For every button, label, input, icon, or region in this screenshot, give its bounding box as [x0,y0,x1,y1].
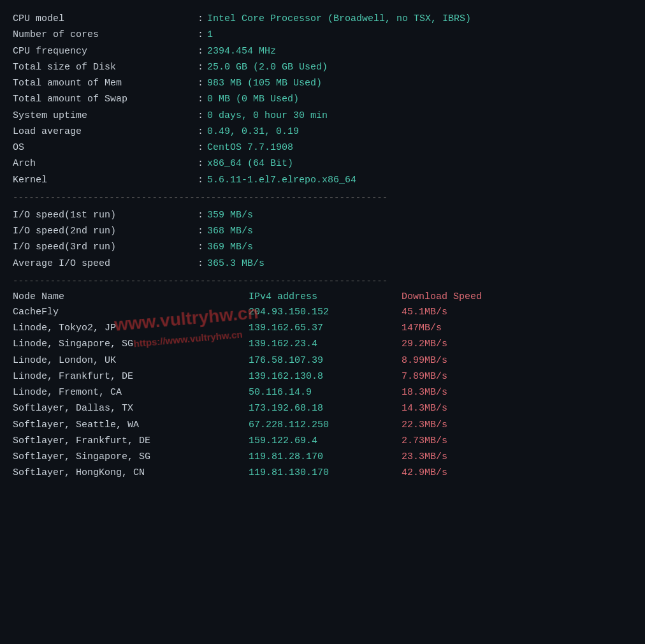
swap-row: Total amount of Swap : 0 MB (0 MB Used) [13,92,632,106]
cores-value: 1 [207,27,213,42]
os-label: OS [13,140,198,155]
arch-label: Arch [13,156,198,171]
cpu-model-row: CPU model : Intel Core Processor (Broadw… [13,11,632,26]
io-run3-row: I/O speed(3rd run) : 369 MB/s [13,240,632,254]
mem-row: Total amount of Mem : 983 MB (105 MB Use… [13,76,632,91]
table-header-row: Node Name IPv4 address Download Speed [13,291,632,302]
io-run1-value: 359 MB/s [207,208,253,223]
uptime-label: System uptime [13,108,198,123]
load-label: Load average [13,124,198,139]
node-name: Linode, Fremont, CA [13,385,249,400]
download-speed: 18.3MB/s [402,385,516,400]
node-name: CacheFly [13,305,249,319]
cpu-freq-value: 2394.454 MHz [207,44,276,59]
download-speed: 23.3MB/s [402,450,516,464]
ipv4-address: 176.58.107.39 [249,353,402,368]
ipv4-address: 204.93.150.152 [249,305,402,319]
node-name: Linode, Frankfurt, DE [13,369,249,384]
ipv4-address: 50.116.14.9 [249,385,402,400]
table-row: Softlayer, Dallas, TX173.192.68.1814.3MB… [13,401,632,416]
io-avg-label: Average I/O speed [13,256,198,271]
node-name: Softlayer, Seattle, WA [13,418,249,432]
cores-label: Number of cores [13,27,198,42]
io-run2-label: I/O speed(2nd run) [13,224,198,238]
disk-label: Total size of Disk [13,60,198,75]
arch-row: Arch : x86_64 (64 Bit) [13,156,632,171]
ipv4-address: 119.81.28.170 [249,450,402,464]
download-speed: 42.9MB/s [402,465,516,480]
uptime-row: System uptime : 0 days, 0 hour 30 min [13,108,632,123]
cpu-freq-label: CPU frequency [13,44,198,59]
ipv4-address: 139.162.130.8 [249,369,402,384]
download-speed: 45.1MB/s [402,305,516,319]
cpu-model-value: Intel Core Processor (Broadwell, no TSX,… [207,11,471,26]
download-speed: 147MB/s [402,321,516,335]
os-row: OS : CentOS 7.7.1908 [13,140,632,155]
swap-value: 0 MB (0 MB Used) [207,92,299,106]
download-speed: 14.3MB/s [402,401,516,416]
node-name: Softlayer, Frankfurt, DE [13,434,249,448]
network-table: Node Name IPv4 address Download Speed Ca… [13,291,632,481]
download-speed: 8.99MB/s [402,353,516,368]
load-row: Load average : 0.49, 0.31, 0.19 [13,124,632,139]
table-row: Softlayer, Singapore, SG119.81.28.17023.… [13,450,632,464]
divider-2: ----------------------------------------… [13,276,632,286]
ipv4-address: 139.162.65.37 [249,321,402,335]
io-avg-row: Average I/O speed : 365.3 MB/s [13,256,632,271]
io-run2-row: I/O speed(2nd run) : 368 MB/s [13,224,632,238]
arch-value: x86_64 (64 Bit) [207,156,293,171]
ipv4-address: 119.81.130.170 [249,465,402,480]
io-section: I/O speed(1st run) : 359 MB/s I/O speed(… [13,208,632,271]
io-run1-row: I/O speed(1st run) : 359 MB/s [13,208,632,223]
download-speed: 22.3MB/s [402,418,516,432]
download-speed: 7.89MB/s [402,369,516,384]
io-avg-value: 365.3 MB/s [207,256,265,271]
table-row: Softlayer, Seattle, WA67.228.112.25022.3… [13,418,632,432]
table-row: CacheFly204.93.150.15245.1MB/s [13,305,632,319]
cores-row: Number of cores : 1 [13,27,632,42]
table-row: Linode, Tokyo2, JP139.162.65.37147MB/s [13,321,632,335]
kernel-row: Kernel : 5.6.11-1.el7.elrepo.x86_64 [13,173,632,187]
io-run3-value: 369 MB/s [207,240,253,254]
node-name: Linode, Tokyo2, JP [13,321,249,335]
mem-label: Total amount of Mem [13,76,198,91]
load-value: 0.49, 0.31, 0.19 [207,124,299,139]
table-row: Linode, Frankfurt, DE139.162.130.87.89MB… [13,369,632,384]
io-run1-label: I/O speed(1st run) [13,208,198,223]
table-body: CacheFly204.93.150.15245.1MB/sLinode, To… [13,305,632,481]
kernel-label: Kernel [13,173,198,187]
table-row: Softlayer, HongKong, CN119.81.130.17042.… [13,465,632,480]
ipv4-address: 159.122.69.4 [249,434,402,448]
ipv4-address: 67.228.112.250 [249,418,402,432]
disk-value: 25.0 GB (2.0 GB Used) [207,60,328,75]
divider-1: ----------------------------------------… [13,193,632,203]
table-row: Softlayer, Frankfurt, DE159.122.69.42.73… [13,434,632,448]
col-speed-header: Download Speed [402,291,516,302]
col-ipv4-header: IPv4 address [249,291,402,302]
uptime-value: 0 days, 0 hour 30 min [207,108,328,123]
mem-value: 983 MB (105 MB Used) [207,76,322,91]
node-name: Softlayer, HongKong, CN [13,465,249,480]
table-row: Linode, Fremont, CA50.116.14.918.3MB/s [13,385,632,400]
table-row: Linode, London, UK176.58.107.398.99MB/s [13,353,632,368]
system-info: CPU model : Intel Core Processor (Broadw… [13,11,632,187]
io-run2-value: 368 MB/s [207,224,253,238]
node-name: Softlayer, Dallas, TX [13,401,249,416]
download-speed: 29.2MB/s [402,337,516,351]
table-row: Linode, Singapore, SG139.162.23.429.2MB/… [13,337,632,351]
node-name: Softlayer, Singapore, SG [13,450,249,464]
ipv4-address: 139.162.23.4 [249,337,402,351]
disk-row: Total size of Disk : 25.0 GB (2.0 GB Use… [13,60,632,75]
col-node-header: Node Name [13,291,249,302]
cpu-model-label: CPU model [13,11,198,26]
download-speed: 2.73MB/s [402,434,516,448]
os-value: CentOS 7.7.1908 [207,140,293,155]
io-run3-label: I/O speed(3rd run) [13,240,198,254]
swap-label: Total amount of Swap [13,92,198,106]
ipv4-address: 173.192.68.18 [249,401,402,416]
cpu-freq-row: CPU frequency : 2394.454 MHz [13,44,632,59]
node-name: Linode, Singapore, SG [13,337,249,351]
kernel-value: 5.6.11-1.el7.elrepo.x86_64 [207,173,356,187]
node-name: Linode, London, UK [13,353,249,368]
